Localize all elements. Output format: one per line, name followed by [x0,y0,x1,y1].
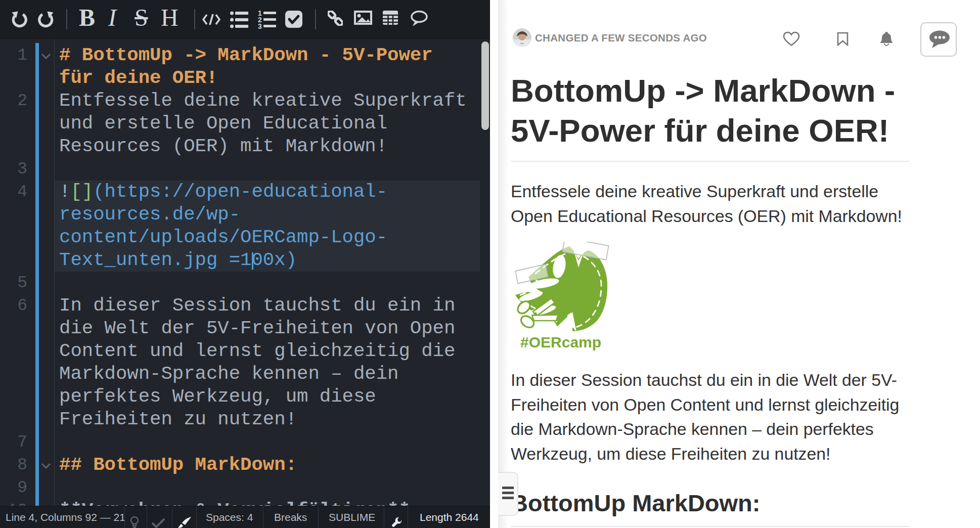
svg-text:#OERcamp: #OERcamp [520,334,601,350]
svg-text:3: 3 [258,22,262,29]
